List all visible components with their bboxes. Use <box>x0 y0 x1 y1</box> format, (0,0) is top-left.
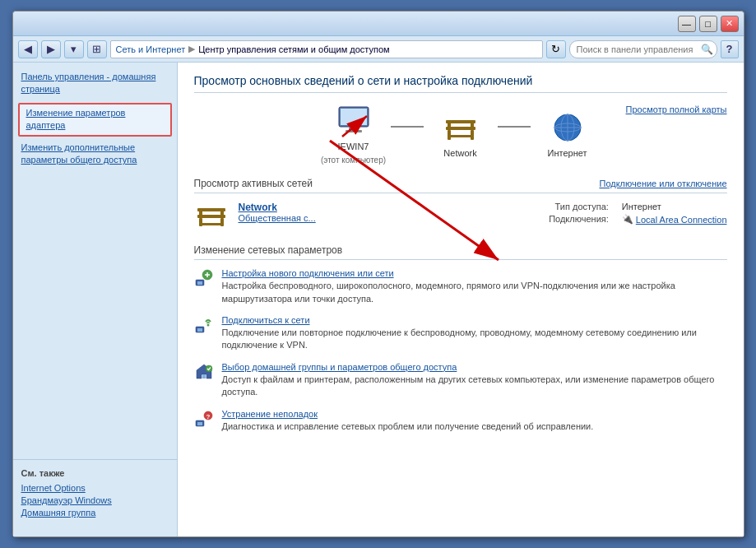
address-bar: ◀ ▶ ▾ ⊞ IEWIN7 Сеть и Интернет ▶ Центр у… <box>13 36 744 63</box>
connections-label: Подключения: <box>549 214 609 224</box>
svg-point-34 <box>206 324 209 327</box>
back-button[interactable]: ◀ <box>18 40 38 58</box>
svg-rect-5 <box>341 109 367 125</box>
troubleshoot-desc: Диагностика и исправление сетевых пробле… <box>222 421 594 431</box>
bench-icon <box>441 111 480 144</box>
close-button[interactable]: ✕ <box>721 16 739 32</box>
connect-disconnect-link[interactable]: Подключение или отключение <box>599 179 726 188</box>
folder-icon: ⊞ <box>87 40 107 58</box>
svg-text:?: ? <box>206 413 210 420</box>
svg-rect-7 <box>346 130 362 132</box>
globe-icon <box>548 111 587 144</box>
settings-item-2: Выбор домашней группы и параметров общег… <box>194 362 727 399</box>
network-name[interactable]: Network <box>239 202 540 213</box>
computer-icon <box>334 104 373 137</box>
network-bench-icon <box>194 202 229 231</box>
search-wrap: 🔍 <box>569 40 717 58</box>
svg-rect-28 <box>197 281 202 285</box>
dropdown-button[interactable]: ▾ <box>64 40 84 58</box>
homegroup-icon <box>194 362 214 382</box>
svg-rect-24 <box>197 208 225 211</box>
settings-item-0: Настройка нового подключения или сети На… <box>194 268 727 305</box>
settings-text-0: Настройка нового подключения или сети На… <box>222 268 727 305</box>
active-network-item: Network Общественная с... Тип доступа: П… <box>194 202 727 231</box>
access-type-value: Интернет <box>622 202 727 211</box>
sidebar: Панель управления - домашняя страница Из… <box>13 63 178 536</box>
svg-rect-33 <box>197 328 202 332</box>
help-button[interactable]: ? <box>721 40 739 58</box>
firewall-link[interactable]: Брандмауэр Windows <box>21 495 169 505</box>
line-2 <box>498 126 531 128</box>
network-details: Тип доступа: Подключения: Интернет 🔌 Loc… <box>549 202 726 225</box>
network-label: Network <box>443 147 476 159</box>
main-panel: Просмотр основных сведений о сети и наст… <box>178 63 744 536</box>
homegroup-settings-link[interactable]: Выбор домашней группы и параметров общег… <box>222 362 727 372</box>
connect-link[interactable]: Подключиться к сети <box>222 315 727 325</box>
new-connection-link[interactable]: Настройка нового подключения или сети <box>222 268 727 278</box>
settings-item-1: Подключиться к сети Подключение или повт… <box>194 315 727 352</box>
homegroup-link[interactable]: Домашняя группа <box>21 508 169 518</box>
svg-rect-14 <box>471 123 474 127</box>
svg-rect-26 <box>220 211 224 215</box>
new-connection-icon <box>194 268 214 288</box>
active-networks-title: Просмотр активных сетей <box>194 178 600 189</box>
also-title: См. также <box>21 468 169 478</box>
computer-sublabel: (этот компьютер) <box>321 156 386 165</box>
internet-options-link[interactable]: Internet Options <box>21 483 169 493</box>
detail-values: Интернет 🔌 Local Area Connection <box>622 202 727 225</box>
line-1 <box>391 126 424 128</box>
svg-rect-38 <box>197 422 202 425</box>
connect-desc: Подключение или повторное подключение к … <box>222 327 697 350</box>
svg-rect-35 <box>202 374 206 378</box>
title-bar-controls: — □ ✕ <box>678 16 739 32</box>
change-settings-section: Изменение сетевых параметров Настройка н… <box>194 244 727 433</box>
view-full-map-link[interactable]: Просмотр полной карты <box>626 104 727 114</box>
minimize-button[interactable]: — <box>678 16 696 32</box>
main-window: — □ ✕ ◀ ▶ ▾ ⊞ IEWIN7 Сеть и Интернет ▶ Ц… <box>12 11 744 537</box>
active-networks-header: Просмотр активных сетей Подключение или … <box>194 178 727 193</box>
svg-rect-20 <box>197 215 225 218</box>
svg-rect-23 <box>201 223 222 225</box>
refresh-button[interactable]: ↻ <box>546 40 566 58</box>
svg-rect-25 <box>199 211 202 215</box>
breadcrumb: IEWIN7 Сеть и Интернет ▶ Центр управлени… <box>110 40 543 58</box>
breadcrumb-item-2: Центр управления сетями и общим доступом <box>198 44 389 54</box>
sidebar-item-sharing[interactable]: Изменить дополнительные параметры общего… <box>13 138 177 170</box>
troubleshoot-icon: ? <box>194 409 214 429</box>
title-bar: — □ ✕ <box>13 12 744 36</box>
search-input[interactable] <box>569 40 717 58</box>
connection-icon: 🔌 <box>622 214 633 225</box>
network-node: Network <box>424 111 498 159</box>
breadcrumb-item-1[interactable]: Сеть и Интернет <box>116 44 186 54</box>
content-area: Панель управления - домашняя страница Из… <box>13 63 744 536</box>
breadcrumb-separator: ▶ <box>188 44 195 54</box>
internet-label: Интернет <box>548 147 587 159</box>
computer-node: IEWIN7 (этот компьютер) <box>317 104 391 165</box>
svg-rect-8 <box>446 127 475 130</box>
maximize-button[interactable]: □ <box>699 16 717 32</box>
network-map: Просмотр полной карты IEWIN7 <box>194 104 727 165</box>
sidebar-item-sharing-label: Изменить дополнительные параметры общего… <box>21 142 137 165</box>
svg-rect-11 <box>449 135 472 137</box>
svg-rect-6 <box>349 127 359 130</box>
connections-value[interactable]: Local Area Connection <box>636 215 727 225</box>
svg-rect-12 <box>446 120 475 123</box>
sidebar-item-adapter[interactable]: Изменение параметров адаптера <box>18 103 172 137</box>
change-settings-title: Изменение сетевых параметров <box>194 244 727 260</box>
search-icon[interactable]: 🔍 <box>701 43 714 56</box>
troubleshoot-link[interactable]: Устранение неполадок <box>222 409 727 419</box>
sidebar-item-adapter-label: Изменение параметров адаптера <box>26 108 126 130</box>
settings-text-2: Выбор домашней группы и параметров общег… <box>222 362 727 399</box>
computer-label: IEWIN7 <box>338 141 369 152</box>
svg-rect-13 <box>448 123 451 127</box>
network-info: Network Общественная с... <box>239 202 540 223</box>
forward-button[interactable]: ▶ <box>41 40 61 58</box>
sidebar-home-link[interactable]: Панель управления - домашняя страница <box>13 71 177 101</box>
new-connection-desc: Настройка беспроводного, широкополосного… <box>222 281 675 303</box>
settings-text-1: Подключиться к сети Подключение или повт… <box>222 315 727 352</box>
network-type[interactable]: Общественная с... <box>239 213 540 223</box>
panel-title: Просмотр основных сведений о сети и наст… <box>194 74 727 93</box>
sidebar-also-section: См. также Internet Options Брандмауэр Wi… <box>13 459 177 528</box>
internet-node: Интернет <box>531 111 605 159</box>
connect-icon <box>194 315 214 335</box>
